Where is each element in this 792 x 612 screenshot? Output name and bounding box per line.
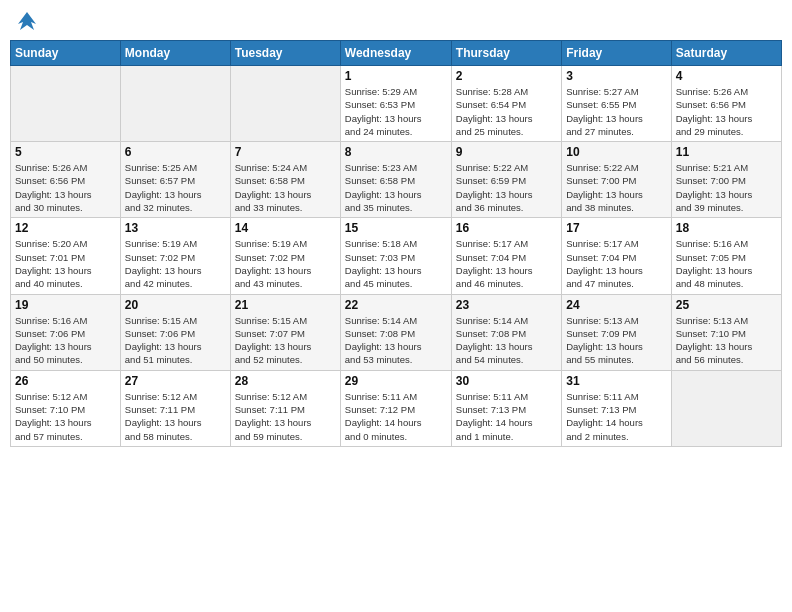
- calendar-table: SundayMondayTuesdayWednesdayThursdayFrid…: [10, 40, 782, 447]
- day-info: Sunrise: 5:15 AM Sunset: 7:06 PM Dayligh…: [125, 314, 226, 367]
- calendar-cell: 13Sunrise: 5:19 AM Sunset: 7:02 PM Dayli…: [120, 218, 230, 294]
- calendar-cell: 12Sunrise: 5:20 AM Sunset: 7:01 PM Dayli…: [11, 218, 121, 294]
- day-info: Sunrise: 5:11 AM Sunset: 7:13 PM Dayligh…: [456, 390, 557, 443]
- calendar-cell: 19Sunrise: 5:16 AM Sunset: 7:06 PM Dayli…: [11, 294, 121, 370]
- calendar-cell: 25Sunrise: 5:13 AM Sunset: 7:10 PM Dayli…: [671, 294, 781, 370]
- calendar-cell: 21Sunrise: 5:15 AM Sunset: 7:07 PM Dayli…: [230, 294, 340, 370]
- calendar-cell: 15Sunrise: 5:18 AM Sunset: 7:03 PM Dayli…: [340, 218, 451, 294]
- calendar-cell: 1Sunrise: 5:29 AM Sunset: 6:53 PM Daylig…: [340, 66, 451, 142]
- day-number: 31: [566, 374, 666, 388]
- day-number: 30: [456, 374, 557, 388]
- calendar-cell: 3Sunrise: 5:27 AM Sunset: 6:55 PM Daylig…: [562, 66, 671, 142]
- calendar-cell: 5Sunrise: 5:26 AM Sunset: 6:56 PM Daylig…: [11, 142, 121, 218]
- weekday-header-tuesday: Tuesday: [230, 41, 340, 66]
- day-info: Sunrise: 5:12 AM Sunset: 7:10 PM Dayligh…: [15, 390, 116, 443]
- day-info: Sunrise: 5:22 AM Sunset: 7:00 PM Dayligh…: [566, 161, 666, 214]
- calendar-cell: 4Sunrise: 5:26 AM Sunset: 6:56 PM Daylig…: [671, 66, 781, 142]
- day-number: 11: [676, 145, 777, 159]
- calendar-cell: 17Sunrise: 5:17 AM Sunset: 7:04 PM Dayli…: [562, 218, 671, 294]
- day-number: 17: [566, 221, 666, 235]
- day-info: Sunrise: 5:24 AM Sunset: 6:58 PM Dayligh…: [235, 161, 336, 214]
- day-number: 22: [345, 298, 447, 312]
- weekday-header-wednesday: Wednesday: [340, 41, 451, 66]
- day-number: 1: [345, 69, 447, 83]
- day-number: 10: [566, 145, 666, 159]
- day-info: Sunrise: 5:28 AM Sunset: 6:54 PM Dayligh…: [456, 85, 557, 138]
- svg-marker-0: [18, 12, 36, 30]
- day-number: 27: [125, 374, 226, 388]
- calendar-cell: 11Sunrise: 5:21 AM Sunset: 7:00 PM Dayli…: [671, 142, 781, 218]
- day-number: 18: [676, 221, 777, 235]
- calendar-cell: 14Sunrise: 5:19 AM Sunset: 7:02 PM Dayli…: [230, 218, 340, 294]
- weekday-header-monday: Monday: [120, 41, 230, 66]
- calendar-cell: [120, 66, 230, 142]
- calendar-header-row: SundayMondayTuesdayWednesdayThursdayFrid…: [11, 41, 782, 66]
- logo: [14, 10, 38, 32]
- day-number: 29: [345, 374, 447, 388]
- day-number: 23: [456, 298, 557, 312]
- day-info: Sunrise: 5:14 AM Sunset: 7:08 PM Dayligh…: [456, 314, 557, 367]
- day-number: 4: [676, 69, 777, 83]
- calendar-cell: 22Sunrise: 5:14 AM Sunset: 7:08 PM Dayli…: [340, 294, 451, 370]
- day-info: Sunrise: 5:11 AM Sunset: 7:12 PM Dayligh…: [345, 390, 447, 443]
- day-info: Sunrise: 5:25 AM Sunset: 6:57 PM Dayligh…: [125, 161, 226, 214]
- day-info: Sunrise: 5:20 AM Sunset: 7:01 PM Dayligh…: [15, 237, 116, 290]
- day-number: 25: [676, 298, 777, 312]
- day-info: Sunrise: 5:13 AM Sunset: 7:10 PM Dayligh…: [676, 314, 777, 367]
- weekday-header-saturday: Saturday: [671, 41, 781, 66]
- day-number: 13: [125, 221, 226, 235]
- day-info: Sunrise: 5:17 AM Sunset: 7:04 PM Dayligh…: [566, 237, 666, 290]
- calendar-cell: 28Sunrise: 5:12 AM Sunset: 7:11 PM Dayli…: [230, 370, 340, 446]
- day-info: Sunrise: 5:27 AM Sunset: 6:55 PM Dayligh…: [566, 85, 666, 138]
- day-info: Sunrise: 5:14 AM Sunset: 7:08 PM Dayligh…: [345, 314, 447, 367]
- weekday-header-sunday: Sunday: [11, 41, 121, 66]
- calendar-cell: 31Sunrise: 5:11 AM Sunset: 7:13 PM Dayli…: [562, 370, 671, 446]
- day-info: Sunrise: 5:29 AM Sunset: 6:53 PM Dayligh…: [345, 85, 447, 138]
- calendar-cell: 7Sunrise: 5:24 AM Sunset: 6:58 PM Daylig…: [230, 142, 340, 218]
- page-header: [10, 10, 782, 32]
- weekday-header-thursday: Thursday: [451, 41, 561, 66]
- day-info: Sunrise: 5:13 AM Sunset: 7:09 PM Dayligh…: [566, 314, 666, 367]
- day-number: 5: [15, 145, 116, 159]
- calendar-cell: 26Sunrise: 5:12 AM Sunset: 7:10 PM Dayli…: [11, 370, 121, 446]
- calendar-week-row: 26Sunrise: 5:12 AM Sunset: 7:10 PM Dayli…: [11, 370, 782, 446]
- day-number: 3: [566, 69, 666, 83]
- day-info: Sunrise: 5:18 AM Sunset: 7:03 PM Dayligh…: [345, 237, 447, 290]
- calendar-cell: 10Sunrise: 5:22 AM Sunset: 7:00 PM Dayli…: [562, 142, 671, 218]
- calendar-cell: [671, 370, 781, 446]
- calendar-week-row: 19Sunrise: 5:16 AM Sunset: 7:06 PM Dayli…: [11, 294, 782, 370]
- day-number: 20: [125, 298, 226, 312]
- day-number: 2: [456, 69, 557, 83]
- day-info: Sunrise: 5:16 AM Sunset: 7:06 PM Dayligh…: [15, 314, 116, 367]
- day-number: 8: [345, 145, 447, 159]
- calendar-cell: 29Sunrise: 5:11 AM Sunset: 7:12 PM Dayli…: [340, 370, 451, 446]
- calendar-cell: [230, 66, 340, 142]
- calendar-cell: 2Sunrise: 5:28 AM Sunset: 6:54 PM Daylig…: [451, 66, 561, 142]
- day-info: Sunrise: 5:12 AM Sunset: 7:11 PM Dayligh…: [235, 390, 336, 443]
- day-number: 9: [456, 145, 557, 159]
- day-number: 19: [15, 298, 116, 312]
- calendar-cell: 27Sunrise: 5:12 AM Sunset: 7:11 PM Dayli…: [120, 370, 230, 446]
- day-info: Sunrise: 5:22 AM Sunset: 6:59 PM Dayligh…: [456, 161, 557, 214]
- calendar-cell: 30Sunrise: 5:11 AM Sunset: 7:13 PM Dayli…: [451, 370, 561, 446]
- day-number: 15: [345, 221, 447, 235]
- day-number: 12: [15, 221, 116, 235]
- calendar-week-row: 5Sunrise: 5:26 AM Sunset: 6:56 PM Daylig…: [11, 142, 782, 218]
- calendar-cell: 20Sunrise: 5:15 AM Sunset: 7:06 PM Dayli…: [120, 294, 230, 370]
- day-info: Sunrise: 5:19 AM Sunset: 7:02 PM Dayligh…: [235, 237, 336, 290]
- calendar-cell: 18Sunrise: 5:16 AM Sunset: 7:05 PM Dayli…: [671, 218, 781, 294]
- day-info: Sunrise: 5:21 AM Sunset: 7:00 PM Dayligh…: [676, 161, 777, 214]
- day-number: 16: [456, 221, 557, 235]
- day-number: 14: [235, 221, 336, 235]
- day-info: Sunrise: 5:26 AM Sunset: 6:56 PM Dayligh…: [676, 85, 777, 138]
- day-info: Sunrise: 5:11 AM Sunset: 7:13 PM Dayligh…: [566, 390, 666, 443]
- day-number: 7: [235, 145, 336, 159]
- day-info: Sunrise: 5:15 AM Sunset: 7:07 PM Dayligh…: [235, 314, 336, 367]
- day-info: Sunrise: 5:16 AM Sunset: 7:05 PM Dayligh…: [676, 237, 777, 290]
- calendar-cell: 6Sunrise: 5:25 AM Sunset: 6:57 PM Daylig…: [120, 142, 230, 218]
- calendar-cell: 8Sunrise: 5:23 AM Sunset: 6:58 PM Daylig…: [340, 142, 451, 218]
- calendar-week-row: 1Sunrise: 5:29 AM Sunset: 6:53 PM Daylig…: [11, 66, 782, 142]
- day-info: Sunrise: 5:23 AM Sunset: 6:58 PM Dayligh…: [345, 161, 447, 214]
- day-info: Sunrise: 5:12 AM Sunset: 7:11 PM Dayligh…: [125, 390, 226, 443]
- day-number: 6: [125, 145, 226, 159]
